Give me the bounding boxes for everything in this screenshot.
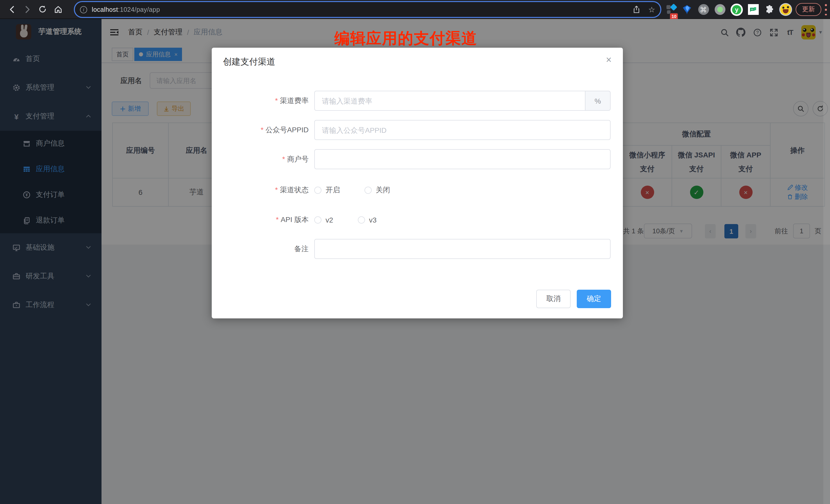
extension-badge: 10 xyxy=(670,12,678,20)
browser-forward-icon[interactable] xyxy=(20,2,35,17)
browser-reload-icon[interactable] xyxy=(35,2,50,17)
browser-toolbar: i localhost:1024/pay/app ☆ 10 ⌘ xyxy=(0,0,830,19)
merchant-label: 商户号 xyxy=(212,149,309,169)
screen: i localhost:1024/pay/app ☆ 10 ⌘ xyxy=(0,0,830,504)
browser-back-icon[interactable] xyxy=(4,2,20,17)
site-info-icon[interactable]: i xyxy=(80,6,87,13)
app-viewport: 芋道管理系统 首页 系统管理 ¥ 支付管理 xyxy=(0,19,830,504)
cancel-button[interactable]: 取消 xyxy=(536,290,571,308)
extension-command-icon[interactable]: ⌘ xyxy=(697,0,709,19)
browser-home-icon[interactable] xyxy=(50,2,66,17)
bookmark-star-icon[interactable]: ☆ xyxy=(648,5,655,14)
status-on-label[interactable]: 开启 xyxy=(325,185,340,195)
status-label: 渠道状态 xyxy=(212,180,309,200)
api-v2-label[interactable]: v2 xyxy=(325,216,333,224)
rate-label: 渠道费率 xyxy=(212,91,309,111)
url-bar[interactable]: i localhost:1024/pay/app ☆ xyxy=(75,2,660,17)
annotation-text: 编辑应用的支付渠道 xyxy=(334,28,477,49)
url-text: localhost:1024/pay/app xyxy=(92,6,160,13)
appid-label: 公众号APPID xyxy=(212,120,309,140)
remark-label: 备注 xyxy=(212,239,309,259)
api-v3-radio[interactable] xyxy=(358,216,365,223)
share-icon[interactable] xyxy=(632,6,640,13)
remark-input[interactable] xyxy=(314,239,611,259)
rate-input[interactable] xyxy=(314,91,585,111)
merchant-input[interactable] xyxy=(314,149,611,169)
extension-chat-icon[interactable] xyxy=(747,0,759,19)
extensions-puzzle-icon[interactable] xyxy=(763,0,776,19)
api-v3-label[interactable]: v3 xyxy=(369,216,377,224)
browser-update-button[interactable]: 更新 xyxy=(796,3,821,16)
dialog-title: 创建支付渠道 xyxy=(223,56,275,68)
scrollbar[interactable] xyxy=(823,19,830,504)
api-v2-radio[interactable] xyxy=(314,216,321,223)
api-version-label: API 版本 xyxy=(212,210,309,230)
extension-balloon-icon[interactable] xyxy=(681,0,693,19)
create-channel-dialog: 创建支付渠道 × 渠道费率 % 公众号APPID 商户号 渠道状态 开启 xyxy=(212,48,623,318)
profile-emoji-icon[interactable] xyxy=(778,0,793,19)
confirm-button[interactable]: 确定 xyxy=(577,290,611,308)
extension-diamond-icon[interactable]: 10 xyxy=(665,0,679,19)
status-on-radio[interactable] xyxy=(314,186,321,194)
dialog-close-icon[interactable]: × xyxy=(606,54,612,66)
extension-dot-icon[interactable] xyxy=(714,0,726,19)
appid-input[interactable] xyxy=(314,120,611,140)
extension-y-icon[interactable]: y xyxy=(730,0,743,19)
rate-suffix: % xyxy=(585,91,611,111)
status-off-label[interactable]: 关闭 xyxy=(376,185,390,195)
status-off-radio[interactable] xyxy=(364,186,372,194)
browser-menu-icon[interactable] xyxy=(824,4,828,15)
